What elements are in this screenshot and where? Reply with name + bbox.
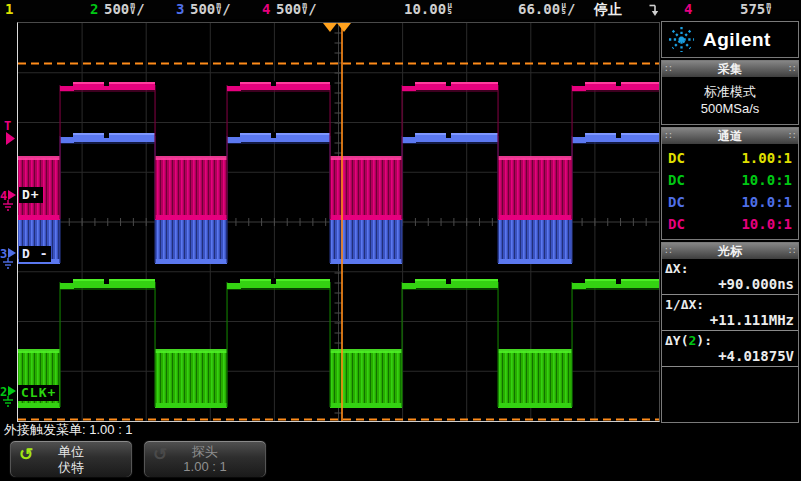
brand-name: Agilent xyxy=(703,29,771,51)
channels-header[interactable]: ∷ 通道 ∷ xyxy=(662,128,798,144)
cursor-readout: ΔX:+90.000ns xyxy=(662,259,798,295)
status-line: 外接触发菜单: 1.00 : 1 xyxy=(4,422,133,438)
grip-icon: ∷ xyxy=(789,128,795,144)
channel-markers[interactable]: T432 xyxy=(0,22,17,422)
channel3-scale-value: 500 xyxy=(190,0,215,18)
cursor-readout: 1/ΔX:+11.111MHz xyxy=(662,295,798,331)
channel2-scale: 500mV/ xyxy=(104,0,145,18)
softkey-probe-value: 1.00 : 1 xyxy=(144,459,266,474)
channel-ground-marker[interactable]: 4 xyxy=(0,189,16,210)
channel3-indicator[interactable]: 3 xyxy=(176,0,184,18)
run-state: 停止 xyxy=(594,0,622,18)
trace-label: D - xyxy=(19,246,51,262)
delay-readout: 10.00µs xyxy=(404,0,453,18)
svg-text:2: 2 xyxy=(0,385,7,399)
channel4-indicator[interactable]: 4 xyxy=(262,0,270,18)
channel1-indicator[interactable]: 1 xyxy=(5,0,13,18)
grip-icon: ∷ xyxy=(789,61,795,77)
trigger-position-icon xyxy=(337,23,351,32)
sample-rate: 500MSa/s xyxy=(662,100,798,117)
channel-row: DC10.0:1 xyxy=(662,213,798,235)
channel2-indicator[interactable]: 2 xyxy=(90,0,98,18)
agilent-logo-icon xyxy=(668,26,695,53)
brand-box: Agilent xyxy=(661,21,799,58)
acquisition-mode: 标准模式 xyxy=(662,83,798,100)
trigger-level-marker[interactable]: T xyxy=(4,119,11,133)
unit-us: µs xyxy=(447,3,452,15)
unit-mv: mV xyxy=(302,3,307,15)
trigger-falling-edge-icon xyxy=(648,2,660,17)
channel-ground-marker[interactable]: 3 xyxy=(0,247,16,268)
channel2-scale-value: 500 xyxy=(104,0,129,18)
trigger-position-icon xyxy=(323,23,337,32)
channels-box: ∷ 通道 ∷ DC1.00:1DC10.0:1DC10.0:1DC10.0:1 xyxy=(661,127,799,240)
softkey-units-value: 伏特 xyxy=(10,459,132,477)
cursor-readout: ΔY(2):+4.01875V xyxy=(662,331,798,367)
channel3-scale: 500mV/ xyxy=(190,0,231,18)
softkey-units[interactable]: ↻ 单位 伏特 xyxy=(9,440,133,478)
channels-title: 通道 xyxy=(718,129,742,143)
status-bar: 1 2 500mV/ 3 500mV/ 4 500mV/ 10.00µs 66.… xyxy=(0,0,801,19)
oscilloscope-screen: 1 2 500mV/ 3 500mV/ 4 500mV/ 10.00µs 66.… xyxy=(0,0,801,481)
grip-icon: ∷ xyxy=(789,243,795,259)
channel4-scale: 500mV/ xyxy=(276,0,317,18)
svg-text:4: 4 xyxy=(0,189,7,203)
waveform-display[interactable]: D+D -CLK+ xyxy=(17,22,660,422)
grip-icon: ∷ xyxy=(665,61,671,77)
waveform-canvas[interactable] xyxy=(18,23,659,421)
svg-text:3: 3 xyxy=(0,247,7,261)
softkey-probe[interactable]: ↻ 探头 1.00 : 1 xyxy=(143,440,267,478)
grip-icon: ∷ xyxy=(665,243,671,259)
unit-mv: mV xyxy=(216,3,221,15)
acquisition-header[interactable]: ∷ 采集 ∷ xyxy=(662,61,798,77)
trigger-source[interactable]: 4 xyxy=(684,0,692,18)
timebase-value: 66.00 xyxy=(518,0,560,18)
delay-value: 10.00 xyxy=(404,0,446,18)
timebase-readout: 66.00µs/ xyxy=(518,0,575,18)
channel-row: DC10.0:1 xyxy=(662,169,798,191)
channel-ground-marker[interactable]: 2 xyxy=(0,385,16,406)
channel4-scale-value: 500 xyxy=(276,0,301,18)
cursors-box: ∷ 光标 ∷ ΔX:+90.000ns1/ΔX:+11.111MHzΔY(2):… xyxy=(661,242,799,423)
unit-mv: mV xyxy=(766,3,771,15)
channel-row: DC10.0:1 xyxy=(662,191,798,213)
trigger-level-readout: 575mV xyxy=(740,0,772,18)
info-panel: Agilent ∷ 采集 ∷ 标准模式 500MSa/s ∷ 通道 ∷ DC1.… xyxy=(661,21,799,425)
acquisition-title: 采集 xyxy=(718,62,742,76)
channel-row: DC1.00:1 xyxy=(662,147,798,169)
unit-mv: mV xyxy=(130,3,135,15)
cursors-title: 光标 xyxy=(718,244,742,258)
unit-us: µs xyxy=(561,3,566,15)
trace-label: D+ xyxy=(19,187,43,203)
grip-icon: ∷ xyxy=(665,128,671,144)
trace-label: CLK+ xyxy=(18,385,59,401)
cursors-header[interactable]: ∷ 光标 ∷ xyxy=(662,243,798,259)
acquisition-box: ∷ 采集 ∷ 标准模式 500MSa/s xyxy=(661,60,799,125)
trigger-level-value: 575 xyxy=(740,0,765,18)
trigger-level-arrow-icon[interactable] xyxy=(6,132,15,145)
